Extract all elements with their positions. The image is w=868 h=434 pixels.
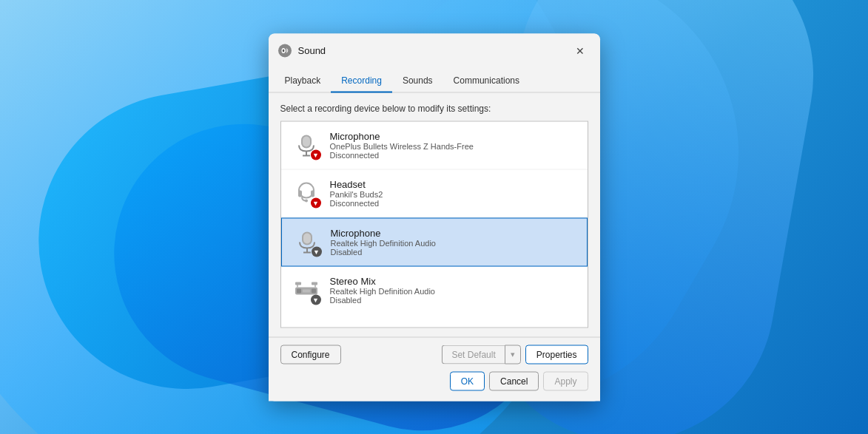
device-icon-wrap: ▼	[291, 226, 323, 258]
device-icon-wrap: ▼	[290, 274, 323, 306]
svg-point-2	[282, 49, 283, 52]
instruction-text: Select a recording device below to modif…	[280, 103, 588, 113]
svg-rect-17	[303, 289, 310, 292]
device-name: Microphone	[331, 228, 578, 239]
disabled-badge: ▼	[312, 246, 322, 257]
device-item[interactable]: ▼ Microphone OnePlus Bullets Wireless Z …	[281, 121, 588, 169]
tab-recording[interactable]: Recording	[331, 67, 392, 92]
sound-app-icon	[277, 43, 292, 58]
svg-rect-4	[303, 136, 310, 146]
svg-point-10	[305, 199, 308, 202]
tab-bar: Playback Recording Sounds Communications	[269, 67, 600, 92]
ok-button[interactable]: OK	[450, 371, 485, 390]
device-name: Headset	[330, 179, 579, 190]
dialog-title: Sound	[298, 45, 569, 56]
configure-button[interactable]: Configure	[280, 345, 341, 364]
svg-rect-18	[312, 288, 316, 293]
svg-rect-12	[303, 233, 311, 243]
device-status: Disabled	[331, 248, 578, 257]
svg-rect-16	[297, 288, 301, 293]
disabled-badge: ▼	[311, 294, 321, 305]
device-info: Headset Pankil's Buds2 Disconnected	[330, 179, 579, 208]
disconnected-badge: ▼	[311, 197, 321, 208]
set-default-button[interactable]: Set Default	[442, 345, 504, 364]
tab-sounds[interactable]: Sounds	[392, 67, 443, 92]
device-status: Disconnected	[330, 199, 579, 208]
svg-rect-22	[312, 282, 317, 285]
tab-communications[interactable]: Communications	[443, 67, 530, 92]
sound-dialog: Sound ✕ Playback Recording Sounds Commun…	[269, 33, 600, 401]
apply-button[interactable]: Apply	[543, 371, 588, 390]
device-info: Microphone OnePlus Bullets Wireless Z Ha…	[330, 131, 579, 160]
device-status: Disconnected	[330, 151, 579, 160]
device-item[interactable]: ▼ Stereo Mix Realtek High Definition Aud…	[281, 266, 588, 313]
device-subtitle: Realtek High Definition Audio	[331, 239, 578, 248]
device-item[interactable]: ▼ Headset Pankil's Buds2 Disconnected	[281, 169, 588, 217]
device-subtitle: OnePlus Bullets Wireless Z Hands-Free	[330, 142, 579, 151]
close-button[interactable]: ✕	[569, 39, 591, 61]
disconnected-badge: ▼	[311, 149, 321, 160]
device-icon-wrap: ▼	[290, 129, 323, 161]
dialog-content: Select a recording device below to modif…	[269, 92, 600, 336]
dialog-footer: Configure Set Default ▾ Properties OK Ca…	[269, 336, 600, 401]
device-item-selected[interactable]: ▼ Microphone Realtek High Definition Aud…	[281, 217, 588, 266]
title-bar: Sound ✕	[269, 33, 600, 67]
device-name: Stereo Mix	[330, 276, 579, 287]
svg-rect-8	[298, 190, 302, 197]
device-subtitle: Realtek High Definition Audio	[330, 287, 579, 296]
properties-button[interactable]: Properties	[525, 345, 588, 364]
device-subtitle: Pankil's Buds2	[330, 190, 579, 199]
footer-row2: OK Cancel Apply	[280, 371, 588, 390]
cancel-button[interactable]: Cancel	[489, 371, 539, 390]
device-info: Stereo Mix Realtek High Definition Audio…	[330, 276, 579, 305]
set-default-dropdown-arrow[interactable]: ▾	[505, 345, 521, 364]
device-list: ▼ Microphone OnePlus Bullets Wireless Z …	[280, 121, 588, 328]
device-name: Microphone	[330, 131, 579, 142]
device-status: Disabled	[330, 296, 579, 305]
svg-rect-9	[311, 190, 314, 197]
set-default-split-button: Set Default ▾	[442, 345, 520, 364]
device-info: Microphone Realtek High Definition Audio…	[331, 228, 578, 257]
tab-playback[interactable]: Playback	[275, 67, 332, 92]
svg-rect-21	[295, 282, 301, 285]
footer-row1: Configure Set Default ▾ Properties	[280, 345, 588, 364]
device-icon-wrap: ▼	[290, 177, 323, 209]
